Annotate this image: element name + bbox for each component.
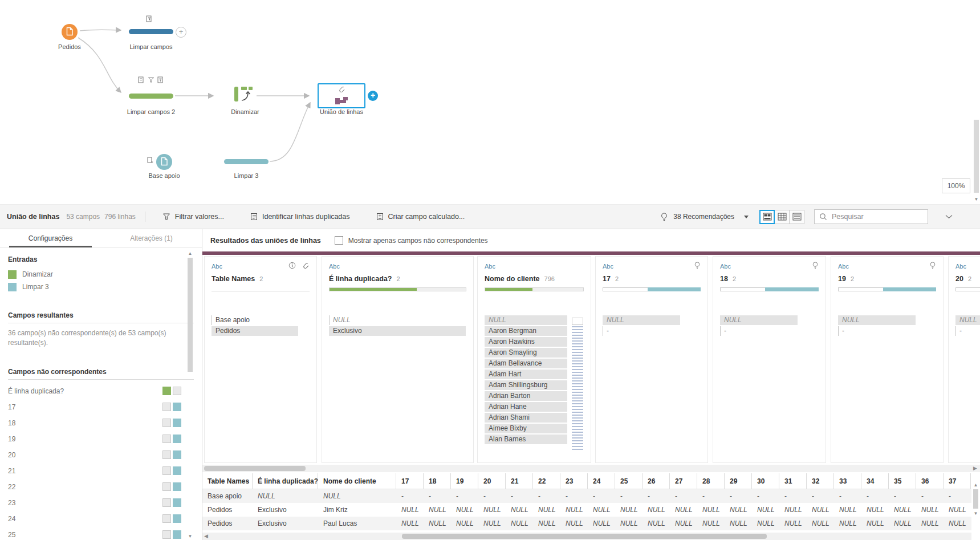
grid-cell[interactable]: Pedidos: [202, 517, 253, 530]
grid-row[interactable]: Base apoioNULLNULL---------------------: [202, 489, 971, 503]
grid-column-header-26[interactable]: 26: [643, 473, 670, 489]
scroll-left-arrow-icon[interactable]: ◀: [204, 533, 208, 539]
field-name[interactable]: É linha duplicada?: [329, 275, 392, 283]
value-row[interactable]: NULL: [838, 315, 916, 325]
value-row[interactable]: Adam Hart: [485, 370, 567, 379]
flow-node-limpar-campos-2[interactable]: [129, 94, 173, 99]
value-row[interactable]: Adrian Shami: [485, 413, 567, 423]
grid-cell[interactable]: NULL: [834, 517, 861, 530]
value-row[interactable]: NULL: [485, 315, 567, 325]
grid-cell[interactable]: -: [506, 489, 533, 503]
flow-vertical-scrollbar[interactable]: ▼: [974, 0, 979, 204]
grid-cell[interactable]: -: [725, 489, 752, 503]
tab-alteracoes[interactable]: Alterações (1): [101, 229, 202, 247]
value-row[interactable]: NULL: [955, 315, 980, 325]
grid-column-header-29[interactable]: 29: [725, 473, 752, 489]
profile-card-18[interactable]: Abc182NULL-: [713, 256, 826, 463]
input-item-limpar-3[interactable]: Limpar 3: [8, 281, 194, 293]
flow-node-limpar-campos[interactable]: [129, 29, 173, 34]
value-list-scrollbar-thumb[interactable]: [572, 318, 583, 325]
value-row[interactable]: Pedidos: [212, 326, 298, 336]
field-type-abc[interactable]: Abc: [720, 263, 731, 270]
grid-cell[interactable]: NULL: [560, 517, 588, 530]
value-list-scrollbar[interactable]: [572, 318, 583, 450]
grid-cell[interactable]: -: [643, 489, 670, 503]
grid-cell[interactable]: -: [807, 489, 834, 503]
scroll-up-arrow-icon[interactable]: ▲: [188, 251, 193, 256]
grid-column-header-nome-do-cliente[interactable]: Nome do cliente: [318, 473, 396, 489]
grid-cell[interactable]: -: [944, 489, 971, 503]
grid-cell[interactable]: NULL: [861, 503, 889, 517]
field-type-abc[interactable]: Abc: [485, 263, 495, 270]
grid-cell[interactable]: -: [560, 489, 588, 503]
profile-card-20[interactable]: Abc202NULL-: [948, 256, 980, 463]
grid-cell[interactable]: NULL: [916, 503, 944, 517]
field-name[interactable]: Nome do cliente: [485, 275, 540, 283]
flow-node-dinamizar[interactable]: [233, 84, 254, 105]
grid-cell[interactable]: -: [752, 489, 779, 503]
grid-column-header-25[interactable]: 25: [615, 473, 643, 489]
grid-cell[interactable]: NULL: [424, 503, 451, 517]
field-name[interactable]: 19: [838, 275, 846, 283]
cards-horizontal-scrollbar[interactable]: ▶: [202, 465, 980, 472]
grid-column-header-34[interactable]: 34: [861, 473, 889, 489]
add-step-button[interactable]: +: [176, 27, 186, 38]
mismatched-field-row-25[interactable]: 25: [8, 527, 194, 540]
field-name[interactable]: 20: [955, 275, 963, 283]
grid-cell[interactable]: NULL: [451, 503, 478, 517]
value-row[interactable]: -: [955, 326, 980, 336]
filter-values-button[interactable]: Filtrar valores...: [162, 213, 224, 221]
mismatched-field-row-22[interactable]: 22: [8, 479, 194, 495]
grid-vertical-scrollbar[interactable]: ▲ ▼: [971, 474, 980, 531]
grid-column-header-23[interactable]: 23: [560, 473, 588, 489]
grid-cell[interactable]: -: [588, 489, 615, 503]
flow-node-base-apoio[interactable]: [156, 154, 172, 170]
recommendations-button[interactable]: 38 Recomendações: [660, 212, 749, 222]
mismatched-field-row-19[interactable]: 19: [8, 431, 194, 447]
grid-cell[interactable]: -: [478, 489, 506, 503]
grid-cell[interactable]: Paul Lucas: [318, 517, 396, 530]
grid-cell[interactable]: NULL: [889, 503, 916, 517]
mismatched-field-row-18[interactable]: 18: [8, 415, 194, 431]
grid-cell[interactable]: NULL: [670, 503, 697, 517]
search-input[interactable]: [815, 212, 928, 221]
grid-cell[interactable]: NULL: [697, 503, 725, 517]
paperclip-icon[interactable]: [302, 262, 310, 271]
grid-column-header-30[interactable]: 30: [752, 473, 779, 489]
grid-cell[interactable]: NULL: [560, 503, 588, 517]
grid-cell[interactable]: NULL: [451, 517, 478, 530]
grid-cell[interactable]: NULL: [424, 517, 451, 530]
grid-column-header-27[interactable]: 27: [670, 473, 697, 489]
flow-node-limpar-3[interactable]: [224, 159, 269, 164]
grid-row[interactable]: PedidosExclusivoPaul LucasNULLNULLNULLNU…: [202, 517, 971, 530]
grid-column-header-36[interactable]: 36: [916, 473, 944, 489]
mismatched-field-row-23[interactable]: 23: [8, 495, 194, 511]
grid-column-header-21[interactable]: 21: [506, 473, 533, 489]
grid-column-header-22[interactable]: 22: [533, 473, 560, 489]
mismatched-field-row-17[interactable]: 17: [8, 399, 194, 415]
grid-column-header-linha-duplicada[interactable]: É linha duplicada?: [253, 473, 318, 489]
grid-column-header-17[interactable]: 17: [396, 473, 424, 489]
grid-column-header-33[interactable]: 33: [834, 473, 861, 489]
scroll-right-arrow-icon[interactable]: ▶: [973, 465, 977, 471]
grid-cell[interactable]: NULL: [670, 517, 697, 530]
panel-vertical-scrollbar[interactable]: ▲ ▼: [188, 250, 193, 540]
grid-cell[interactable]: NULL: [643, 503, 670, 517]
grid-cell[interactable]: -: [834, 489, 861, 503]
grid-cell[interactable]: NULL: [807, 517, 834, 530]
grid-cell[interactable]: Exclusivo: [253, 503, 318, 517]
grid-cell[interactable]: -: [396, 489, 424, 503]
grid-cell[interactable]: NULL: [478, 517, 506, 530]
grid-cell[interactable]: NULL: [834, 503, 861, 517]
grid-cell[interactable]: NULL: [697, 517, 725, 530]
grid-cell[interactable]: NULL: [916, 517, 944, 530]
grid-column-header-35[interactable]: 35: [889, 473, 916, 489]
mismatched-field-row-linha-duplicada[interactable]: É linha duplicada?: [8, 383, 194, 399]
add-step-button-selected[interactable]: +: [368, 91, 378, 101]
tab-configuracoes[interactable]: Configurações: [0, 229, 101, 247]
grid-cell[interactable]: NULL: [779, 517, 807, 530]
value-row[interactable]: Exclusivo: [329, 326, 466, 336]
input-item-dinamizar[interactable]: Dinamizar: [8, 268, 194, 281]
field-type-abc[interactable]: Abc: [838, 263, 849, 270]
create-calculated-field-button[interactable]: Criar campo calculado...: [376, 213, 465, 221]
